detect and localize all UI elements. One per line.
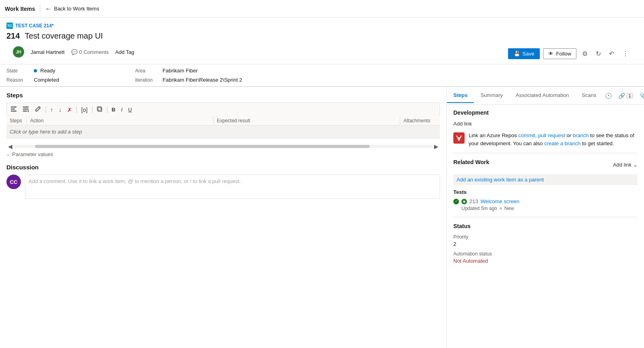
- azure-repos-icon: [453, 132, 465, 144]
- item-number: 214: [6, 31, 20, 41]
- priority-value[interactable]: 2: [453, 241, 638, 247]
- test-status: New: [504, 206, 514, 211]
- comments-count: 0 Comments: [79, 49, 109, 55]
- test-status-dot: [500, 207, 502, 210]
- create-branch-link[interactable]: create a branch: [544, 140, 580, 146]
- scroll-track[interactable]: [14, 145, 432, 148]
- test-status-icon: ■: [461, 199, 467, 204]
- area-value[interactable]: Fabrikam Fiber: [163, 68, 198, 74]
- automation-status-label: Automation status: [453, 251, 638, 257]
- add-link-label[interactable]: Add link: [453, 121, 472, 127]
- tabs-header: Steps Summary Associated Automation Scan…: [447, 87, 644, 105]
- steps-scrollbar: ◀ ▶: [0, 143, 446, 150]
- iteration-field: Iteration Fabrikam Fiber\Release 2\Sprin…: [135, 77, 248, 83]
- add-link-dropdown[interactable]: Add link ⌄: [613, 162, 638, 168]
- item-type-badge: TC TEST CASE 214*: [6, 23, 638, 29]
- comment-input[interactable]: Add a comment. Use # to link a work item…: [25, 175, 440, 199]
- state-value[interactable]: Ready: [40, 68, 56, 74]
- item-meta: JH Jamal Hartnett 💬 0 Comments Add Tag: [13, 46, 134, 58]
- add-tag-button[interactable]: Add Tag: [115, 49, 134, 55]
- branch-link[interactable]: branch: [573, 132, 589, 138]
- toolbar-separator-1: [45, 107, 46, 113]
- history-button[interactable]: 🕐: [603, 91, 614, 101]
- area-field: Area Fabrikam Fiber: [135, 68, 248, 74]
- add-step-placeholder: Click or type here to add a step: [10, 129, 82, 135]
- status-section: Status Priority 2 Automation status Not …: [453, 223, 638, 264]
- toolbar-bold-button[interactable]: B: [110, 105, 117, 114]
- commenter-avatar: CC: [6, 175, 21, 189]
- links-button[interactable]: 🔗 1: [616, 91, 635, 101]
- svg-rect-1: [11, 109, 15, 109]
- tab-steps[interactable]: Steps: [447, 88, 474, 103]
- top-nav: Work Items ← Back to Work Items: [0, 0, 644, 18]
- reason-value[interactable]: Completed: [34, 77, 59, 83]
- attachments-button[interactable]: 📎 0: [637, 91, 644, 101]
- chevron-down-icon: ⌄: [6, 152, 10, 156]
- related-work-section: Related Work Add link ⌄ Add an existing …: [453, 159, 638, 211]
- scroll-left-button[interactable]: ◀: [6, 143, 14, 150]
- item-header-section: TC TEST CASE 214* 214 Test coverage map …: [0, 18, 644, 87]
- avatar: JH: [13, 46, 24, 58]
- tab-icons: 🕐 🔗 1 📎 0: [603, 91, 644, 101]
- area-label: Area: [135, 68, 159, 74]
- left-body: Steps ↑ ↓ ✗ [o: [0, 87, 447, 348]
- toolbar-delete-button[interactable]: ✗: [65, 105, 74, 114]
- tab-summary[interactable]: Summary: [474, 88, 509, 103]
- priority-label: Priority: [453, 234, 638, 240]
- save-button[interactable]: 💾 Save: [508, 48, 540, 59]
- follow-button[interactable]: 👁 Follow: [543, 48, 576, 59]
- comment-placeholder: Add a comment. Use # to link a work item…: [29, 178, 241, 184]
- commenter-initials: CC: [10, 179, 18, 185]
- nav-divider: [40, 5, 40, 13]
- dev-description-text: Link an Azure Repos commit, pull request…: [469, 132, 638, 147]
- back-to-work-items[interactable]: ← Back to Work Items: [45, 5, 99, 12]
- test-name-link[interactable]: Welcome screen: [481, 198, 520, 204]
- steps-section: Steps ↑ ↓ ✗ [o: [0, 87, 446, 143]
- status-title: Status: [453, 223, 638, 229]
- toolbar-move-up-button[interactable]: ↑: [48, 105, 55, 114]
- add-step-row[interactable]: Click or type here to add a step: [6, 126, 440, 138]
- links-count: 1: [626, 93, 633, 99]
- follow-label: Follow: [556, 51, 571, 57]
- test-case-icon: TC: [6, 23, 13, 29]
- automation-status-field: Automation status Not Automated: [453, 251, 638, 264]
- comments-link[interactable]: 💬 0 Comments: [71, 49, 109, 55]
- scroll-right-button[interactable]: ▶: [432, 143, 440, 150]
- toolbar-insert-shared-steps-button[interactable]: [21, 105, 31, 115]
- development-section: Development Add link Link an Azure Repos…: [453, 109, 638, 147]
- page-layout: TC TEST CASE 214* 214 Test coverage map …: [0, 18, 644, 348]
- back-label: Back to Work Items: [54, 6, 99, 12]
- related-work-header: Related Work Add link ⌄: [453, 159, 638, 170]
- pull-request-link[interactable]: pull request: [538, 132, 565, 138]
- col-action: Action: [27, 116, 213, 125]
- tab-associated-automation[interactable]: Associated Automation: [509, 88, 575, 103]
- undo-button[interactable]: ↶: [607, 48, 617, 59]
- iteration-value[interactable]: Fabrikam Fiber\Release 2\Sprint 2: [163, 77, 242, 83]
- settings-button[interactable]: ⚙: [580, 48, 590, 59]
- automation-status-value[interactable]: Not Automated: [453, 258, 638, 264]
- avatar-initials: JH: [16, 49, 21, 54]
- col-steps: Steps: [6, 116, 27, 125]
- toolbar-insert-step-button[interactable]: [8, 105, 19, 115]
- more-options-button[interactable]: ⋮: [620, 48, 631, 59]
- work-items-title: Work Items: [5, 6, 35, 12]
- save-label: Save: [523, 51, 535, 57]
- toolbar-move-down-button[interactable]: ↓: [57, 105, 64, 114]
- toolbar-copy-button[interactable]: [95, 105, 105, 114]
- toolbar-italic-button[interactable]: I: [119, 105, 125, 114]
- item-title-row: 214 Test coverage map UI: [6, 31, 638, 41]
- add-parent-link[interactable]: Add an existing work item as a parent: [453, 174, 638, 185]
- tab-scans[interactable]: Scans: [575, 88, 603, 103]
- parameter-values-row[interactable]: ⌄ Parameter values: [0, 150, 446, 159]
- toolbar-underline-button[interactable]: U: [126, 105, 134, 114]
- toolbar-toggle-button[interactable]: [o]: [79, 105, 90, 114]
- svg-rect-2: [11, 111, 16, 111]
- item-header: TC TEST CASE 214* 214 Test coverage map …: [0, 18, 644, 64]
- commit-link[interactable]: commit,: [518, 132, 537, 138]
- toolbar-edit-button[interactable]: [33, 105, 43, 115]
- iteration-label: Iteration: [135, 77, 159, 83]
- refresh-button[interactable]: ↻: [593, 48, 603, 59]
- action-buttons: 💾 Save 👁 Follow ⚙ ↻ ↶ ⋮: [508, 48, 631, 59]
- discussion-section: Discussion CC Add a comment. Use # to li…: [0, 159, 446, 204]
- svg-point-9: [458, 137, 460, 139]
